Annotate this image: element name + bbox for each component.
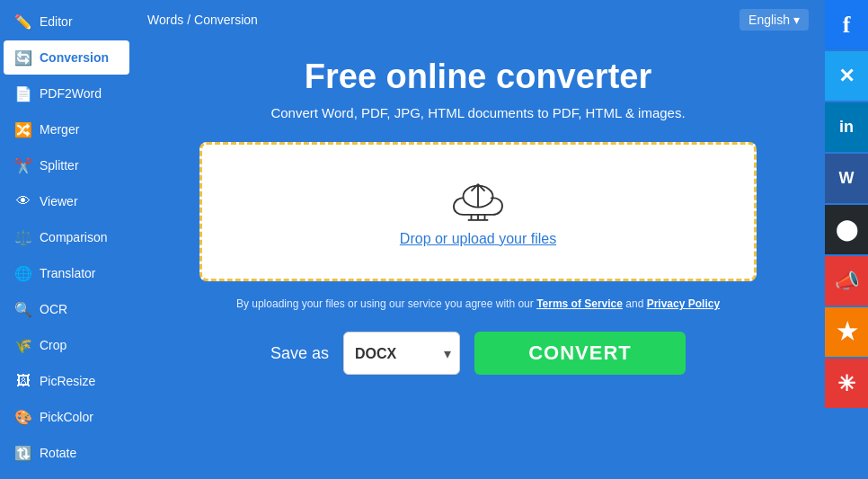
terms-and: and bbox=[625, 297, 643, 310]
sidebar-item-label: Conversion bbox=[40, 50, 109, 65]
breadcrumb: Words / Conversion bbox=[147, 13, 258, 27]
sidebar-item-viewer[interactable]: 👁 Viewer bbox=[4, 184, 129, 218]
save-as-label: Save as bbox=[270, 344, 329, 363]
sidebar-item-conversion[interactable]: 🔄 Conversion bbox=[4, 40, 129, 75]
sidebar-item-label: Rotate bbox=[40, 446, 76, 460]
asterisk-button[interactable]: ✳ bbox=[825, 359, 868, 408]
sidebar-item-comparison[interactable]: ⚖️ Comparison bbox=[4, 220, 129, 254]
sidebar-item-splitter[interactable]: ✂️ Splitter bbox=[4, 148, 129, 182]
main-area: Words / Conversion English ▾ Free online… bbox=[133, 0, 868, 479]
terms-before: By uploading your files or using our ser… bbox=[236, 297, 534, 310]
picresize-icon: 🖼 bbox=[14, 372, 32, 390]
facebook-button[interactable]: f bbox=[825, 0, 868, 49]
sidebar-item-label: OCR bbox=[40, 302, 67, 316]
pdf2word-icon: 📄 bbox=[14, 84, 32, 102]
sidebar-item-label: Viewer bbox=[40, 194, 78, 208]
terms-of-service-link[interactable]: Terms of Service bbox=[536, 297, 623, 310]
translator-icon: 🌐 bbox=[14, 264, 32, 282]
word-button[interactable]: W bbox=[825, 154, 868, 203]
upload-text: Drop or upload your files bbox=[400, 231, 556, 247]
github-icon: ⬤ bbox=[836, 218, 858, 242]
sidebar-item-label: Translator bbox=[40, 266, 96, 280]
chevron-down-icon: ▾ bbox=[793, 13, 800, 27]
sidebar-item-label: Comparison bbox=[40, 230, 107, 244]
breadcrumb-words[interactable]: Words bbox=[147, 13, 183, 27]
sidebar-item-crop[interactable]: 🌾 Crop bbox=[4, 328, 129, 362]
sidebar-item-ocr[interactable]: 🔍 OCR bbox=[4, 292, 129, 326]
terms-text: By uploading your files or using our ser… bbox=[236, 297, 720, 310]
crop-icon: 🌾 bbox=[14, 336, 32, 354]
ocr-icon: 🔍 bbox=[14, 300, 32, 318]
splitter-icon: ✂️ bbox=[14, 156, 32, 174]
linkedin-button[interactable]: in bbox=[825, 102, 868, 152]
privacy-policy-link[interactable]: Privacy Policy bbox=[647, 297, 720, 310]
sidebar-item-label: Merger bbox=[40, 122, 79, 137]
sidebar-item-picresize[interactable]: 🖼 PicResize bbox=[4, 364, 129, 398]
sidebar: ✏️ Editor 🔄 Conversion 📄 PDF2Word 🔀 Merg… bbox=[0, 0, 133, 479]
breadcrumb-separator: / bbox=[187, 13, 190, 27]
sidebar-item-compress[interactable]: 📦 Compress bbox=[4, 472, 129, 479]
announce-button[interactable]: 📣 bbox=[825, 256, 868, 306]
announce-icon: 📣 bbox=[835, 270, 859, 293]
pickcolor-icon: 🎨 bbox=[14, 408, 32, 426]
sidebar-item-translator[interactable]: 🌐 Translator bbox=[4, 256, 129, 290]
cloud-upload-icon bbox=[451, 177, 505, 222]
breadcrumb-conversion: Conversion bbox=[194, 13, 258, 27]
sidebar-item-label: PicResize bbox=[40, 374, 95, 388]
editor-icon: ✏️ bbox=[14, 13, 32, 31]
github-button[interactable]: ⬤ bbox=[825, 205, 868, 254]
viewer-icon: 👁 bbox=[14, 192, 32, 210]
top-nav: Words / Conversion English ▾ bbox=[133, 0, 823, 40]
twitter-button[interactable]: ✕ bbox=[825, 51, 868, 101]
sidebar-item-rotate[interactable]: 🔃 Rotate bbox=[4, 436, 129, 470]
star-icon: ★ bbox=[837, 318, 857, 346]
asterisk-icon: ✳ bbox=[837, 371, 855, 396]
sidebar-item-label: PDF2Word bbox=[40, 86, 102, 101]
sidebar-item-label: PickColor bbox=[40, 410, 93, 424]
format-select-wrap: DOCX PDF HTML JPG PNG bbox=[343, 332, 460, 375]
linkedin-icon: in bbox=[839, 118, 854, 137]
word-doc-icon: W bbox=[839, 169, 855, 188]
convert-row: Save as DOCX PDF HTML JPG PNG CONVERT bbox=[270, 332, 686, 375]
star-button[interactable]: ★ bbox=[825, 307, 868, 357]
rotate-icon: 🔃 bbox=[14, 444, 32, 462]
convert-button[interactable]: CONVERT bbox=[474, 332, 686, 375]
sidebar-item-merger[interactable]: 🔀 Merger bbox=[4, 112, 129, 146]
page-title: Free online converter bbox=[305, 58, 651, 96]
conversion-icon: 🔄 bbox=[14, 49, 32, 67]
sidebar-item-label: Editor bbox=[40, 14, 73, 29]
sidebar-item-pickcolor[interactable]: 🎨 PickColor bbox=[4, 400, 129, 434]
format-select[interactable]: DOCX PDF HTML JPG PNG bbox=[343, 332, 460, 375]
language-selector[interactable]: English ▾ bbox=[740, 9, 809, 31]
merger-icon: 🔀 bbox=[14, 120, 32, 138]
comparison-icon: ⚖️ bbox=[14, 228, 32, 246]
page-subtitle: Convert Word, PDF, JPG, HTML documents t… bbox=[270, 105, 685, 120]
social-bar: f ✕ in W ⬤ 📣 ★ ✳ bbox=[825, 0, 868, 408]
sidebar-item-label: Crop bbox=[40, 338, 66, 352]
language-label: English bbox=[748, 13, 790, 27]
upload-area[interactable]: Drop or upload your files bbox=[199, 142, 757, 281]
twitter-icon: ✕ bbox=[838, 65, 855, 88]
content-area: Free online converter Convert Word, PDF,… bbox=[133, 40, 823, 479]
facebook-icon: f bbox=[843, 12, 851, 39]
sidebar-item-editor[interactable]: ✏️ Editor bbox=[4, 4, 129, 39]
sidebar-item-pdf2word[interactable]: 📄 PDF2Word bbox=[4, 76, 129, 111]
sidebar-item-label: Splitter bbox=[40, 158, 79, 173]
